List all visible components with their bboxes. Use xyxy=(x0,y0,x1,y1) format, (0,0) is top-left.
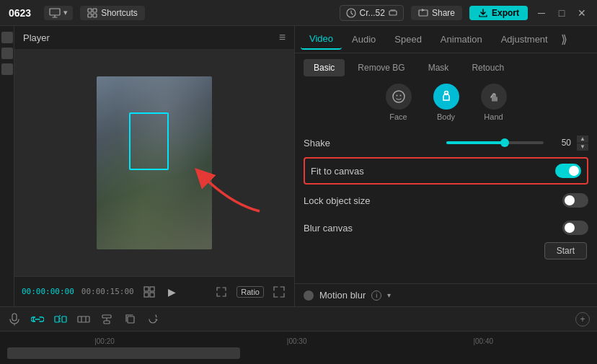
fit-canvas-toggle[interactable] xyxy=(555,164,581,178)
hand-icon-item[interactable]: Hand xyxy=(481,84,507,121)
export-label: Export xyxy=(492,8,519,18)
blur-canvas-label: Blur canvas xyxy=(304,223,562,234)
main-content: Player ≡ 00:00:00:00 00:00:15:00 xyxy=(0,26,597,306)
face-icon-item[interactable]: Face xyxy=(386,84,412,121)
lock-toggle-knob xyxy=(565,195,575,205)
svg-rect-0 xyxy=(50,9,60,15)
grid-view-button[interactable] xyxy=(141,284,157,300)
monitor-button[interactable]: ▾ xyxy=(44,6,73,20)
tab-audio[interactable]: Audio xyxy=(343,30,384,49)
strip-item-1[interactable] xyxy=(1,32,13,43)
tab-video[interactable]: Video xyxy=(301,29,342,50)
timeline-mark-40: |00:40 xyxy=(473,337,493,345)
close-button[interactable]: ✕ xyxy=(575,6,588,19)
svg-rect-22 xyxy=(104,321,110,324)
svg-point-13 xyxy=(393,91,404,102)
player-menu-icon[interactable]: ≡ xyxy=(279,31,286,44)
expand-button[interactable] xyxy=(271,284,287,300)
player-controls: 00:00:00:00 00:00:15:00 ▶ Ratio xyxy=(14,276,294,306)
shake-slider-container: 50 ▲ ▼ xyxy=(446,136,589,151)
loop-icon[interactable] xyxy=(146,312,160,327)
sub-tab-remove-bg[interactable]: Remove BG xyxy=(348,59,415,76)
hand-label: Hand xyxy=(484,112,503,121)
timeline-tracks: |00:20 |00:30 |00:40 xyxy=(0,332,597,364)
maximize-button[interactable]: □ xyxy=(555,6,568,19)
tab-speed[interactable]: Speed xyxy=(386,30,430,49)
add-track-button[interactable]: + xyxy=(575,312,590,327)
toggle-knob xyxy=(569,166,579,176)
hand-circle xyxy=(481,84,507,110)
svg-rect-18 xyxy=(55,316,59,322)
svg-rect-21 xyxy=(102,315,111,318)
mic-icon[interactable] xyxy=(7,312,22,327)
strip-item-2[interactable] xyxy=(1,48,13,59)
export-button[interactable]: Export xyxy=(469,6,528,20)
shake-row: Shake 50 ▲ ▼ xyxy=(304,130,588,156)
fullscreen-button[interactable] xyxy=(213,284,229,300)
blur-canvas-row: Blur canvas xyxy=(304,215,588,241)
play-button[interactable]: ▶ xyxy=(164,284,180,300)
strip-item-3[interactable] xyxy=(1,63,13,75)
tab-animation[interactable]: Animation xyxy=(432,30,491,49)
shake-slider[interactable] xyxy=(446,141,544,144)
right-panel: Video Audio Speed Animation Adjustment ⟫… xyxy=(294,26,597,306)
player-panel: Player ≡ 00:00:00:00 00:00:15:00 xyxy=(14,26,294,306)
center-align-icon[interactable] xyxy=(100,312,114,327)
sub-tab-basic[interactable]: Basic xyxy=(304,59,345,76)
svg-rect-23 xyxy=(128,316,134,323)
start-button[interactable]: Start xyxy=(544,242,587,259)
svg-rect-2 xyxy=(93,9,97,12)
tab-more-button[interactable]: ⟫ xyxy=(561,32,567,46)
video-preview xyxy=(97,76,212,249)
svg-rect-4 xyxy=(93,14,97,17)
svg-rect-12 xyxy=(150,293,154,297)
app-title: 0623 xyxy=(9,7,31,19)
blur-canvas-toggle[interactable] xyxy=(562,221,588,235)
svg-rect-9 xyxy=(144,287,149,291)
shortcuts-label: Shortcuts xyxy=(101,8,138,18)
motion-blur-label: Motion blur xyxy=(319,290,366,301)
motion-blur-info-icon[interactable]: i xyxy=(371,290,381,301)
timeline: + |00:20 |00:30 |00:40 xyxy=(0,306,597,364)
player-title: Player xyxy=(23,32,50,43)
lock-object-toggle[interactable] xyxy=(562,193,588,208)
sub-tab-mask[interactable]: Mask xyxy=(418,59,459,76)
svg-rect-6 xyxy=(389,11,397,15)
svg-rect-17 xyxy=(12,314,17,321)
cr-badge[interactable]: Cr...52 xyxy=(340,5,404,21)
cr-label: Cr...52 xyxy=(360,8,385,18)
share-button[interactable]: Share xyxy=(411,6,462,20)
ratio-button[interactable]: Ratio xyxy=(236,286,264,298)
minimize-button[interactable]: ─ xyxy=(535,6,548,19)
copy-icon[interactable] xyxy=(123,312,137,327)
blur-toggle-knob xyxy=(565,223,575,233)
timeline-track-bar-1[interactable] xyxy=(7,347,240,359)
player-canvas xyxy=(14,49,294,276)
shortcuts-button[interactable]: Shortcuts xyxy=(80,6,145,20)
shake-decrement[interactable]: ▼ xyxy=(577,143,588,151)
svg-rect-11 xyxy=(144,293,149,297)
timeline-mark-20: |00:20 xyxy=(94,337,115,345)
link-icon[interactable] xyxy=(30,312,45,327)
svg-rect-20 xyxy=(78,316,89,322)
timeline-toolbar: + xyxy=(0,307,597,332)
lock-object-row: Lock object size xyxy=(304,187,588,213)
body-icon-item[interactable]: Body xyxy=(433,84,459,121)
sub-tab-bar: Basic Remove BG Mask Retouch xyxy=(295,53,597,76)
body-label: Body xyxy=(437,112,455,121)
shake-label: Shake xyxy=(304,138,446,148)
shake-increment[interactable]: ▲ xyxy=(577,136,588,143)
current-time: 00:00:00:00 xyxy=(22,287,74,296)
tab-adjustment[interactable]: Adjustment xyxy=(492,30,557,49)
sub-tab-retouch[interactable]: Retouch xyxy=(461,59,514,76)
body-icons-row: Face Body Hand xyxy=(295,76,597,125)
tracking-box xyxy=(129,112,169,170)
motion-blur-chevron-icon[interactable]: ▾ xyxy=(387,291,391,299)
shake-stepper: ▲ ▼ xyxy=(577,136,588,151)
fit-canvas-row: Fit to canvas xyxy=(304,157,588,185)
trim-icon[interactable] xyxy=(76,312,91,327)
topbar: 0623 ▾ Shortcuts Cr...52 Share Export ─ … xyxy=(0,0,597,26)
left-strip xyxy=(0,26,14,306)
split-icon[interactable] xyxy=(53,312,68,327)
motion-blur-dot xyxy=(304,290,314,301)
